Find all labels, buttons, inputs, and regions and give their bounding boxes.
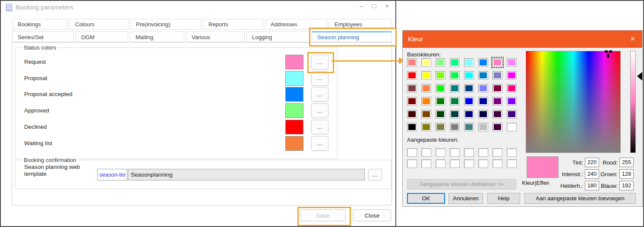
template-code-field[interactable]: season-ter bbox=[97, 169, 127, 180]
basic-color-swatch[interactable] bbox=[492, 84, 502, 93]
close-icon[interactable]: × bbox=[384, 2, 390, 9]
basic-color-swatch[interactable] bbox=[421, 110, 431, 118]
tab-pre-invoicing[interactable]: Pre(invoicing) bbox=[130, 19, 201, 30]
basic-color-swatch[interactable] bbox=[450, 71, 460, 80]
maximize-icon[interactable]: □ bbox=[371, 2, 377, 9]
help-button[interactable]: Help bbox=[487, 193, 520, 204]
basic-color-swatch[interactable] bbox=[478, 123, 488, 131]
basic-color-swatch[interactable] bbox=[421, 123, 431, 131]
basic-color-swatch[interactable] bbox=[478, 71, 488, 80]
basic-color-swatch[interactable] bbox=[464, 123, 474, 131]
custom-color-swatch[interactable] bbox=[464, 159, 474, 168]
basic-color-swatch[interactable] bbox=[436, 84, 445, 93]
custom-color-swatch[interactable] bbox=[450, 159, 460, 168]
tab-reports[interactable]: Reports bbox=[203, 19, 263, 30]
basic-color-swatch[interactable] bbox=[436, 58, 445, 67]
tab-addresses[interactable]: Addresses bbox=[265, 19, 327, 30]
tab-logging[interactable]: Logging bbox=[246, 31, 310, 43]
basic-color-swatch[interactable] bbox=[492, 123, 502, 131]
luminance-slider-bar[interactable] bbox=[630, 51, 636, 153]
color-picker-button[interactable]: ... bbox=[311, 136, 328, 151]
color-picker-button[interactable]: ... bbox=[311, 55, 328, 69]
basic-color-swatch[interactable] bbox=[436, 97, 445, 106]
basic-color-swatch[interactable] bbox=[407, 97, 417, 106]
basic-color-swatch[interactable] bbox=[478, 58, 488, 67]
ok-button[interactable]: OK bbox=[407, 193, 445, 204]
tab-employees[interactable]: Employees bbox=[329, 19, 392, 30]
basic-color-swatch[interactable] bbox=[450, 123, 460, 131]
basic-color-swatch[interactable] bbox=[407, 123, 417, 131]
basic-color-swatch[interactable] bbox=[407, 84, 417, 93]
custom-color-swatch[interactable] bbox=[507, 148, 517, 157]
cancel-button[interactable]: Annuleren bbox=[448, 193, 483, 204]
basic-color-swatch[interactable] bbox=[464, 84, 474, 93]
basic-color-swatch[interactable] bbox=[507, 97, 517, 106]
basic-color-swatch[interactable] bbox=[421, 71, 431, 80]
basic-color-swatch[interactable] bbox=[450, 97, 460, 106]
basic-color-swatch[interactable] bbox=[421, 84, 431, 93]
basic-color-swatch[interactable] bbox=[492, 58, 502, 67]
basic-color-swatch[interactable] bbox=[507, 123, 517, 131]
custom-color-swatch[interactable] bbox=[436, 148, 445, 157]
field-input-groen[interactable]: 128 bbox=[619, 169, 634, 179]
tab-various[interactable]: Various bbox=[186, 31, 245, 43]
basic-color-swatch[interactable] bbox=[492, 97, 502, 106]
custom-color-swatch[interactable] bbox=[421, 159, 431, 168]
basic-color-swatch[interactable] bbox=[492, 110, 502, 118]
basic-color-swatch[interactable] bbox=[407, 58, 417, 67]
custom-color-swatch[interactable] bbox=[407, 148, 417, 157]
basic-color-swatch[interactable] bbox=[450, 58, 460, 67]
basic-color-swatch[interactable] bbox=[464, 58, 474, 67]
color-picker-button[interactable]: ... bbox=[311, 87, 328, 102]
field-input-rood[interactable]: 255 bbox=[619, 158, 634, 167]
tab-ogm[interactable]: OGM bbox=[76, 31, 128, 43]
custom-color-swatch[interactable] bbox=[492, 159, 502, 168]
color-picker-button[interactable]: ... bbox=[311, 120, 328, 134]
color-picker-button[interactable]: ... bbox=[311, 103, 328, 118]
luminance-slider-handle[interactable] bbox=[637, 72, 642, 81]
basic-color-swatch[interactable] bbox=[507, 71, 517, 80]
tab-colours[interactable]: Colours bbox=[69, 19, 129, 30]
basic-color-swatch[interactable] bbox=[450, 110, 460, 118]
tab-series-set[interactable]: Series/Set bbox=[12, 31, 74, 43]
custom-color-swatch[interactable] bbox=[507, 159, 517, 168]
custom-color-swatch[interactable] bbox=[492, 148, 502, 157]
basic-color-swatch[interactable] bbox=[464, 110, 474, 118]
basic-color-swatch[interactable] bbox=[507, 84, 517, 93]
basic-color-swatch[interactable] bbox=[407, 71, 417, 80]
template-name-field[interactable]: Seasonplanning bbox=[128, 169, 365, 180]
custom-color-swatch[interactable] bbox=[478, 159, 488, 168]
tab-mailing[interactable]: Mailing bbox=[130, 31, 184, 43]
custom-color-swatch[interactable] bbox=[436, 159, 445, 168]
basic-color-swatch[interactable] bbox=[478, 84, 488, 93]
custom-color-swatch[interactable] bbox=[421, 148, 431, 157]
tab-season-planning[interactable]: Season planning bbox=[312, 31, 392, 43]
custom-color-swatch[interactable] bbox=[464, 148, 474, 157]
basic-color-swatch[interactable] bbox=[507, 58, 517, 67]
add-to-custom-colors-button[interactable]: Aan aangepaste kleuren toevoegen bbox=[524, 193, 636, 204]
basic-color-swatch[interactable] bbox=[464, 97, 474, 106]
basic-color-swatch[interactable] bbox=[436, 71, 445, 80]
color-picker-button[interactable]: ... bbox=[311, 71, 328, 86]
custom-color-swatch[interactable] bbox=[478, 148, 488, 157]
basic-color-swatch[interactable] bbox=[492, 71, 502, 80]
field-input-blauw[interactable]: 192 bbox=[619, 181, 634, 190]
basic-color-swatch[interactable] bbox=[507, 110, 517, 118]
close-button[interactable]: Close bbox=[353, 209, 391, 221]
basic-color-swatch[interactable] bbox=[436, 110, 445, 118]
custom-color-swatch[interactable] bbox=[407, 159, 417, 168]
tab-bookings[interactable]: Bookings bbox=[12, 19, 68, 30]
basic-color-swatch[interactable] bbox=[421, 58, 431, 67]
basic-color-swatch[interactable] bbox=[478, 110, 488, 118]
template-browse-button[interactable]: ... bbox=[368, 169, 382, 180]
basic-color-swatch[interactable] bbox=[478, 97, 488, 106]
hue-saturation-gradient-field[interactable] bbox=[526, 51, 621, 153]
kleur-close-icon[interactable]: × bbox=[623, 31, 642, 48]
save-button[interactable]: Save bbox=[300, 209, 346, 221]
basic-color-swatch[interactable] bbox=[464, 71, 474, 80]
basic-color-swatch[interactable] bbox=[436, 123, 445, 131]
basic-color-swatch[interactable] bbox=[407, 110, 417, 118]
minimize-icon[interactable]: – bbox=[358, 2, 364, 9]
custom-color-swatch[interactable] bbox=[450, 148, 460, 157]
basic-color-swatch[interactable] bbox=[450, 84, 460, 93]
